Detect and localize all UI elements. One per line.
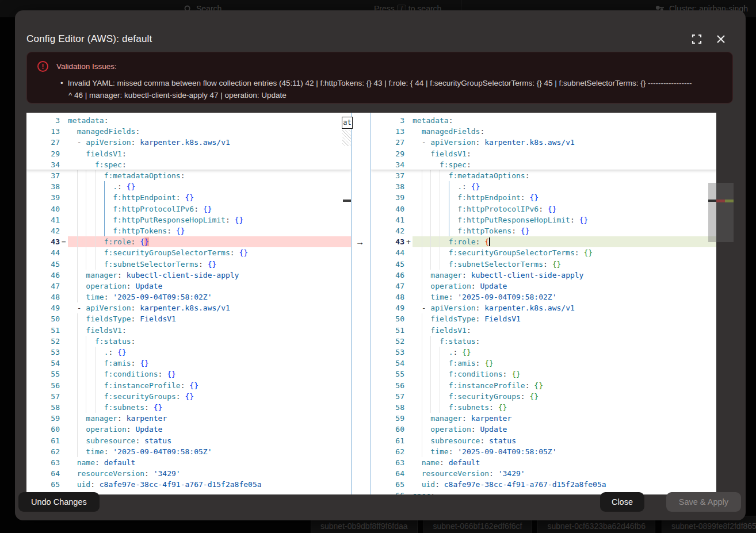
code-line[interactable]: 49 - apiVersion: karpenter.k8s.aws/v1 — [26, 302, 351, 313]
code-line[interactable]: 39 f:httpEndpoint: {} — [26, 192, 351, 203]
code-line[interactable]: 3metadata: — [371, 115, 716, 126]
line-number: 34 — [371, 159, 404, 170]
code-line[interactable]: 58 f:subnets: {} — [371, 402, 716, 413]
code-line[interactable]: 56 f:instanceProfile: {} — [371, 380, 716, 391]
diff-mark — [404, 214, 413, 225]
code-line[interactable]: 37 f:metadataOptions: — [26, 170, 351, 181]
code-line[interactable]: 65 uid: c8afe97e-38cc-4f91-a767-d15f2a8f… — [26, 479, 351, 490]
editor-scrollbar[interactable] — [708, 183, 716, 242]
code-line[interactable]: 27 - apiVersion: karpenter.k8s.aws/v1 — [371, 137, 716, 148]
diff-change-arrow-icon[interactable]: → — [356, 237, 364, 247]
code-line[interactable]: 27 - apiVersion: karpenter.k8s.aws/v1 — [26, 137, 351, 148]
code-line[interactable]: 38 .: {} — [371, 181, 716, 192]
code-line[interactable]: 47 operation: Update — [26, 281, 351, 292]
line-number: 47 — [26, 281, 60, 292]
line-number: 38 — [371, 181, 404, 192]
line-number: 65 — [371, 479, 404, 490]
code-line[interactable]: 48 time: '2025-09-04T09:58:02Z' — [26, 292, 351, 302]
code-line[interactable]: 65 uid: c8afe97e-38cc-4f91-a767-d15f2a8f… — [371, 479, 716, 490]
code-line[interactable]: 56 f:instanceProfile: {} — [26, 380, 351, 391]
code-line[interactable]: 54 f:amis: {} — [26, 358, 351, 369]
diff-overview-ruler[interactable] — [716, 113, 734, 494]
code-line[interactable]: 49 - apiVersion: karpenter.k8s.aws/v1 — [371, 302, 716, 313]
fullscreen-button[interactable] — [690, 33, 703, 46]
code-line[interactable]: 51 fieldsV1: — [26, 325, 351, 336]
code-line[interactable]: 40 f:httpProtocolIPv6: {} — [371, 204, 716, 214]
line-number: 39 — [371, 192, 404, 203]
code-line[interactable]: 57 f:securityGroups: {} — [371, 391, 716, 402]
diff-mark — [60, 259, 68, 270]
code-line[interactable]: 29 fieldsV1: — [371, 148, 716, 159]
line-number: 47 — [371, 281, 404, 292]
code-line[interactable]: 60 operation: Update — [26, 424, 351, 435]
editor-lines[interactable]: 37 f:metadataOptions:38 .: {}39 f:httpEn… — [26, 170, 351, 494]
code-line[interactable]: 44 f:securityGroupSelectorTerms: {} — [371, 247, 716, 258]
code-line[interactable]: 61 subresource: status — [26, 435, 351, 446]
yaml-diff-editor[interactable]: 3metadata:13 managedFields:27 - apiVersi… — [26, 113, 716, 494]
diff-mark — [404, 170, 413, 181]
code-line[interactable]: 66spec: — [371, 490, 716, 494]
modified-editor-pane[interactable]: 3metadata:13 managedFields:27 - apiVersi… — [371, 113, 716, 494]
diff-mark — [60, 391, 68, 402]
code-line[interactable]: 34 f:spec: — [26, 159, 351, 170]
code-line[interactable]: 57 f:securityGroups: {} — [26, 391, 351, 402]
code-line[interactable]: 52 f:status: — [371, 336, 716, 347]
diff-mark — [404, 490, 413, 494]
code-line[interactable]: 46 manager: kubectl-client-side-apply — [26, 270, 351, 281]
code-line[interactable]: 58 f:subnets: {} — [26, 402, 351, 413]
code-line[interactable]: 62 time: '2025-09-04T09:58:05Z' — [26, 446, 351, 457]
diff-mark — [404, 413, 413, 424]
code-line[interactable]: 42 f:httpTokens: {} — [371, 225, 716, 236]
code-line[interactable]: 13 managedFields: — [26, 126, 351, 137]
code-line[interactable]: 50 fieldsType: FieldsV1 — [26, 313, 351, 324]
code-line[interactable]: 51 fieldsV1: — [371, 325, 716, 336]
code-line[interactable]: 63 name: default — [371, 457, 716, 468]
original-editor-pane[interactable]: 3metadata:13 managedFields:27 - apiVersi… — [26, 113, 351, 494]
code-line[interactable]: 53 .: {} — [26, 347, 351, 358]
diff-mark — [404, 126, 413, 137]
code-line[interactable]: 63 name: default — [26, 457, 351, 468]
code-line[interactable]: 45 f:subnetSelectorTerms: {} — [371, 259, 716, 270]
code-line[interactable]: 64 resourceVersion: '3429' — [26, 468, 351, 479]
code-line[interactable]: 38 .: {} — [26, 181, 351, 192]
line-number: 56 — [371, 380, 404, 391]
code-line[interactable]: 37 f:metadataOptions: — [371, 170, 716, 181]
close-button[interactable]: Close — [600, 492, 644, 512]
code-line[interactable]: 61 subresource: status — [371, 435, 716, 446]
editor-lines[interactable]: 37 f:metadataOptions:38 .: {}39 f:httpEn… — [371, 170, 716, 494]
code-line[interactable]: 59 manager: karpenter — [371, 413, 716, 424]
close-modal-button[interactable] — [715, 33, 727, 46]
code-line[interactable]: 60 operation: Update — [371, 424, 716, 435]
code-line[interactable]: 48 time: '2025-09-04T09:58:02Z' — [371, 292, 716, 302]
save-apply-button[interactable]: Save & Apply — [666, 492, 741, 512]
code-line[interactable]: 41 f:httpPutResponseHopLimit: {} — [26, 214, 351, 225]
code-line[interactable]: 43+ f:role: { — [371, 236, 716, 247]
code-line[interactable]: 46 manager: kubectl-client-side-apply — [371, 270, 716, 281]
code-line[interactable]: 34 f:spec: — [371, 159, 716, 170]
code-line[interactable]: 52 f:status: — [26, 336, 351, 347]
code-line[interactable]: 62 time: '2025-09-04T09:58:05Z' — [371, 446, 716, 457]
line-number: 52 — [26, 336, 60, 347]
code-line[interactable]: 50 fieldsType: FieldsV1 — [371, 313, 716, 324]
diff-mark — [404, 302, 413, 313]
code-line[interactable]: 47 operation: Update — [371, 281, 716, 292]
code-line[interactable]: 64 resourceVersion: '3429' — [371, 468, 716, 479]
code-line[interactable]: 40 f:httpProtocolIPv6: {} — [26, 204, 351, 214]
code-line[interactable]: 54 f:amis: {} — [371, 358, 716, 369]
code-line[interactable]: 29 fieldsV1: — [26, 148, 351, 159]
code-line[interactable]: 55 f:conditions: {} — [371, 369, 716, 379]
code-line[interactable]: 55 f:conditions: {} — [26, 369, 351, 379]
code-line[interactable]: 53 .: {} — [371, 347, 716, 358]
code-line[interactable]: 43− f:role: {} — [26, 236, 351, 247]
code-line[interactable]: 41 f:httpPutResponseHopLimit: {} — [371, 214, 716, 225]
code-line[interactable]: 39 f:httpEndpoint: {} — [371, 192, 716, 203]
code-line[interactable]: 45 f:subnetSelectorTerms: {} — [26, 259, 351, 270]
code-line[interactable]: 13 managedFields: — [371, 126, 716, 137]
code-line[interactable]: 3metadata: — [26, 115, 351, 126]
code-line[interactable]: 59 manager: karpenter — [26, 413, 351, 424]
line-number: 48 — [26, 292, 60, 302]
code-line[interactable]: 44 f:securityGroupSelectorTerms: {} — [26, 247, 351, 258]
overview-slider[interactable] — [716, 183, 734, 242]
undo-changes-button[interactable]: Undo Changes — [18, 492, 100, 512]
code-line[interactable]: 42 f:httpTokens: {} — [26, 225, 351, 236]
